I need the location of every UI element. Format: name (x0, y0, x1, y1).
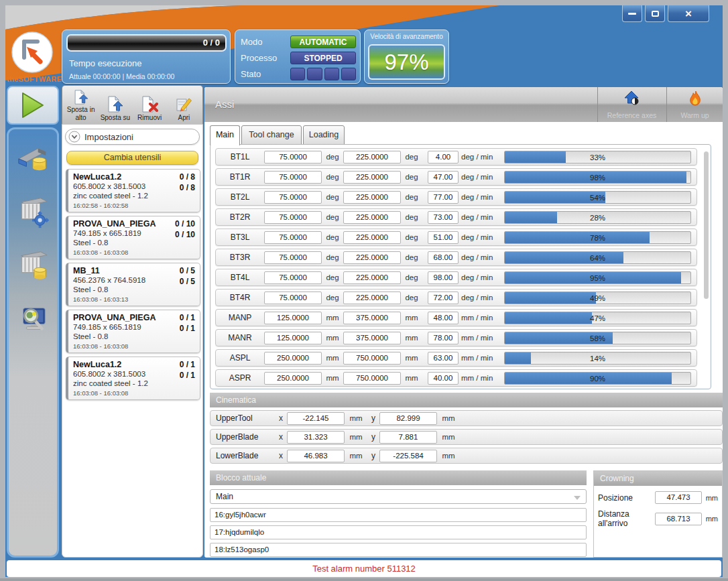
job-name: NewLuca1.2 (73, 172, 196, 182)
x-label: x (275, 451, 287, 460)
sidebar-item-tool-setup[interactable] (16, 195, 50, 230)
axis-position-field[interactable]: 75.0000 (264, 151, 322, 164)
axis-progress-label: 33% (505, 151, 690, 163)
axis-target-field[interactable]: 225.0000 (343, 231, 401, 244)
sidebar-item-tool-database[interactable] (16, 249, 50, 283)
start-button[interactable] (7, 86, 59, 125)
axis-target-field[interactable]: 750.0000 (343, 352, 401, 365)
axis-speed-field[interactable]: 51.00 (428, 231, 459, 244)
tab-loading[interactable]: Loading (303, 125, 345, 145)
axis-name: ASPL (216, 353, 264, 363)
move-up-button[interactable]: Sposta su (98, 88, 132, 123)
settings-expander[interactable]: Impostazioni (65, 129, 200, 145)
cinematica-header: Cinematica (210, 393, 723, 407)
axis-target-field[interactable]: 375.0000 (343, 332, 401, 344)
axis-speed-field[interactable]: 77.00 (428, 191, 459, 204)
axis-speed-field[interactable]: 78.00 (428, 332, 459, 344)
cinematica-y-field[interactable]: 82.999 (379, 412, 437, 425)
sidebar-item-diagnostics[interactable] (16, 302, 50, 337)
block-line[interactable]: 17:hjqdumilqlo (210, 525, 587, 539)
open-button[interactable]: Apri (167, 88, 201, 123)
axis-progress-label: 58% (505, 332, 690, 344)
axis-speed-field[interactable]: 48.00 (428, 312, 459, 324)
axis-target-field[interactable]: 225.0000 (343, 292, 401, 304)
axis-speed-field[interactable]: 68.00 (428, 251, 459, 264)
axis-progressbar: 64% (504, 251, 691, 264)
axis-position-field[interactable]: 75.0000 (264, 191, 322, 204)
axis-progressbar: 98% (504, 171, 691, 184)
job-times: 16:02:58 - 16:02:58 (73, 202, 196, 209)
job-card[interactable]: PROVA_UNA_PIEGA 749.185 x 665.1819 Steel… (66, 216, 200, 259)
axis-progressbar: 47% (504, 312, 691, 324)
axis-speed-field[interactable]: 40.00 (428, 372, 459, 385)
move-to-top-icon (72, 89, 90, 105)
axis-position-field[interactable]: 250.0000 (264, 372, 322, 385)
job-bend-count: 0 / 5 (180, 265, 195, 276)
sidebar-item-bend-database[interactable] (16, 140, 50, 175)
axis-target-field[interactable]: 750.0000 (343, 372, 401, 385)
axis-position-field[interactable]: 75.0000 (264, 271, 322, 284)
axis-speed-field[interactable]: 73.00 (428, 211, 459, 224)
axis-position-field[interactable]: 75.0000 (264, 211, 322, 224)
axis-position-field[interactable]: 75.0000 (264, 231, 322, 244)
axes-scrollbar[interactable] (704, 151, 709, 299)
axis-position-field[interactable]: 75.0000 (264, 171, 322, 184)
axis-target-field[interactable]: 225.0000 (343, 171, 401, 184)
close-button[interactable]: × (668, 5, 709, 22)
job-cards: NewLuca1.2 605.8002 x 381.5003 zinc coat… (62, 169, 204, 403)
job-card[interactable]: PROVA_UNA_PIEGA 749.185 x 665.1819 Steel… (66, 310, 200, 353)
axis-target-field[interactable]: 225.0000 (343, 211, 401, 224)
move-to-top-button[interactable]: Sposta in alto (64, 88, 98, 123)
crowning-row: Distanza all'arrivo 68.713 mm (598, 509, 718, 528)
minimize-button[interactable] (622, 5, 642, 22)
axis-position-unit: mm (322, 334, 343, 342)
block-select[interactable]: Main (210, 489, 587, 504)
cinematica-x-field[interactable]: 31.323 (287, 431, 345, 444)
axis-position-field[interactable]: 125.0000 (264, 312, 322, 324)
axis-target-field[interactable]: 375.0000 (343, 312, 401, 324)
axis-speed-field[interactable]: 4.00 (428, 151, 459, 164)
job-counts: 0 / 1 0 / 1 (180, 359, 195, 381)
axis-position-field[interactable]: 75.0000 (264, 251, 322, 264)
cinematica-x-field[interactable]: -22.145 (287, 412, 345, 425)
block-line[interactable]: 16:gyl5jh0acwr (210, 508, 587, 522)
axis-row: MANP 125.0000 mm 375.0000 mm 48.00 mm / … (215, 309, 697, 326)
tools-database-icon (16, 249, 50, 283)
cinematica-y-field[interactable]: -225.584 (379, 450, 437, 462)
warm-up-button[interactable]: Warm up (666, 87, 723, 122)
axis-speed-field[interactable]: 98.00 (428, 271, 459, 284)
axis-position-field[interactable]: 250.0000 (264, 352, 322, 365)
crowning-position-field[interactable]: 47.473 (655, 491, 702, 504)
axis-position-field[interactable]: 75.0000 (264, 292, 322, 304)
axis-row: BT3R 75.0000 deg 225.0000 deg 68.00 deg … (215, 249, 697, 266)
axes-header: Assi Reference axes Warm up (204, 87, 723, 122)
crowning-distance-field[interactable]: 68.713 (655, 513, 702, 525)
block-line[interactable]: 18:lz513ogasp0 (210, 543, 587, 557)
axis-target-field[interactable]: 225.0000 (343, 271, 401, 284)
axis-position-field[interactable]: 125.0000 (264, 332, 322, 344)
axis-speed-field[interactable]: 72.00 (428, 292, 459, 304)
cinematica-y-field[interactable]: 7.881 (379, 431, 437, 444)
axis-progressbar: 49% (504, 292, 691, 304)
job-list-panel: Impostazioni Cambia utensili NewLuca1.2 … (62, 124, 203, 558)
maximize-button[interactable] (645, 5, 665, 22)
job-times: 16:03:08 - 16:03:08 (73, 389, 196, 397)
reference-axes-button[interactable]: Reference axes (597, 87, 666, 122)
axis-target-field[interactable]: 225.0000 (343, 151, 401, 164)
job-size: 456.2376 x 764.5918 (73, 275, 196, 285)
job-card[interactable]: NewLuca1.2 605.8002 x 381.5003 zinc coat… (66, 357, 200, 400)
cinematica-x-field[interactable]: 46.983 (287, 450, 345, 462)
tab-main[interactable]: Main (210, 125, 240, 145)
axis-target-field[interactable]: 225.0000 (343, 191, 401, 204)
job-card[interactable]: MB_11 456.2376 x 764.5918 Steel - 0.8 16… (66, 263, 200, 306)
change-tools-button[interactable]: Cambia utensili (66, 151, 198, 165)
axis-speed-field[interactable]: 63.00 (428, 352, 459, 365)
remove-button[interactable]: Rimuovi (133, 88, 167, 123)
axis-speed-field[interactable]: 47.00 (428, 171, 459, 184)
execution-stats: Attuale 00:00:00 | Media 00:00:00 (69, 72, 174, 80)
tab-tool-change[interactable]: Tool change (241, 125, 302, 145)
axis-name: MANR (216, 333, 264, 342)
job-part-count: 0 / 1 (180, 370, 195, 381)
axis-target-field[interactable]: 225.0000 (343, 251, 401, 264)
job-card[interactable]: NewLuca1.2 605.8002 x 381.5003 zinc coat… (66, 169, 200, 212)
